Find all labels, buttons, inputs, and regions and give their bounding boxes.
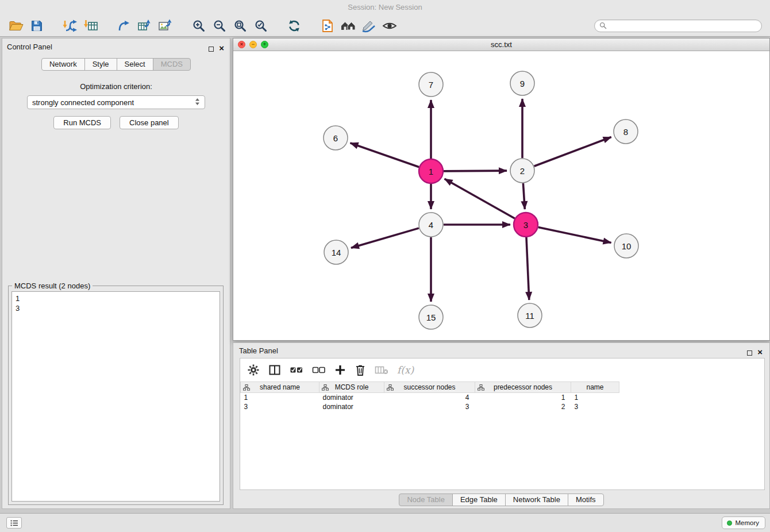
graph-edge-2-3[interactable] bbox=[523, 183, 525, 209]
graph-edge-3-1[interactable] bbox=[445, 179, 515, 218]
column-header-predecessor-nodes[interactable]: predecessor nodes bbox=[475, 382, 571, 393]
svg-text:4: 4 bbox=[429, 220, 433, 230]
graph-node-7[interactable]: 7 bbox=[419, 72, 443, 97]
tab-node-table[interactable]: Node Table bbox=[399, 494, 453, 506]
node-table-area: f(x) shared name MCDS role bbox=[240, 358, 765, 490]
tab-network-table[interactable]: Network Table bbox=[505, 494, 568, 506]
float-panel-button[interactable] bbox=[209, 44, 214, 54]
column-header-shared-name[interactable]: shared name bbox=[241, 382, 319, 393]
tab-edge-table[interactable]: Edge Table bbox=[452, 494, 506, 506]
export-table-button[interactable] bbox=[134, 17, 155, 35]
window-titlebar: Session: New Session bbox=[0, 0, 770, 15]
graph-node-14[interactable]: 14 bbox=[324, 240, 348, 264]
control-panel-header: Control Panel × bbox=[2, 38, 230, 55]
export-network-button[interactable] bbox=[114, 17, 134, 35]
column-header-mcds-role[interactable]: MCDS role bbox=[319, 382, 384, 393]
tab-mcds[interactable]: MCDS bbox=[153, 58, 191, 71]
tab-style[interactable]: Style bbox=[84, 58, 117, 71]
search-icon bbox=[599, 22, 607, 29]
list-icon bbox=[10, 520, 18, 526]
network-file-button[interactable] bbox=[317, 17, 338, 35]
graph-node-2[interactable]: 2 bbox=[510, 159, 534, 183]
close-window-button[interactable]: × bbox=[238, 41, 245, 48]
zoom-out-button[interactable] bbox=[209, 17, 230, 35]
table-toolbar: f(x) bbox=[240, 358, 764, 381]
graph-edge-1-6[interactable] bbox=[350, 143, 419, 167]
graph-edge-1-2[interactable] bbox=[444, 171, 507, 171]
search-input[interactable] bbox=[610, 22, 757, 30]
column-visibility-button[interactable] bbox=[268, 364, 281, 376]
graph-node-1[interactable]: 1 bbox=[419, 159, 443, 183]
graph-node-4[interactable]: 4 bbox=[419, 213, 443, 237]
graph-edge-3-10[interactable] bbox=[538, 228, 611, 243]
export-table-icon bbox=[137, 19, 152, 33]
memory-button[interactable]: Memory bbox=[722, 516, 765, 529]
window-controls: × − + bbox=[238, 41, 268, 48]
svg-text:15: 15 bbox=[426, 313, 436, 322]
node-table: shared name MCDS role successor nodes bbox=[240, 381, 764, 411]
save-session-button[interactable] bbox=[26, 17, 47, 35]
add-row-icon bbox=[334, 364, 346, 376]
function-builder-button: f(x) bbox=[397, 364, 414, 376]
zoom-in-button[interactable] bbox=[188, 17, 209, 35]
zoom-fit-button[interactable] bbox=[230, 17, 251, 35]
control-panel: Control Panel × Network Style Select MCD… bbox=[2, 38, 230, 509]
minimize-window-button[interactable]: − bbox=[249, 41, 257, 48]
tab-select[interactable]: Select bbox=[117, 58, 153, 71]
graph-node-6[interactable]: 6 bbox=[324, 126, 348, 150]
mcds-buttons-row: Run MCDS Close panel bbox=[2, 116, 230, 129]
show-hide-button[interactable] bbox=[379, 17, 400, 35]
task-history-button[interactable] bbox=[6, 517, 22, 529]
first-neighbors-button[interactable] bbox=[338, 17, 359, 35]
column-header-successor-nodes[interactable]: successor nodes bbox=[384, 382, 475, 393]
open-file-button[interactable] bbox=[6, 17, 26, 35]
add-row-button[interactable] bbox=[334, 364, 346, 376]
close-panel-button[interactable]: × bbox=[219, 43, 224, 53]
table-panel-tabs: Node Table Edge Table Network Table Moti… bbox=[233, 494, 769, 506]
graph-edge-3-11[interactable] bbox=[526, 237, 529, 300]
table-panel-header: Table Panel × bbox=[233, 343, 769, 358]
close-icon: × bbox=[219, 43, 224, 53]
run-mcds-button[interactable]: Run MCDS bbox=[53, 116, 111, 129]
mcds-result-title: MCDS result (2 nodes) bbox=[12, 282, 93, 290]
import-network-button[interactable] bbox=[60, 17, 80, 35]
table-settings-button[interactable] bbox=[247, 364, 260, 376]
svg-text:10: 10 bbox=[622, 241, 632, 251]
close-icon: × bbox=[757, 347, 763, 357]
mcds-result-value: 3 bbox=[16, 303, 216, 313]
table-row[interactable]: 3 dominator 3 2 3 bbox=[241, 402, 765, 411]
dropdown-stepper-icon bbox=[195, 98, 200, 107]
svg-text:8: 8 bbox=[623, 127, 628, 137]
deselect-all-button[interactable] bbox=[312, 364, 326, 376]
float-panel-button[interactable] bbox=[747, 348, 752, 358]
graph-node-15[interactable]: 15 bbox=[419, 305, 443, 329]
show-hide-icon bbox=[382, 19, 397, 33]
close-panel-action-button[interactable]: Close panel bbox=[120, 116, 179, 129]
zoom-selected-button[interactable] bbox=[251, 17, 271, 35]
zoom-window-button[interactable]: + bbox=[261, 41, 268, 48]
table-row[interactable]: 1 dominator 4 1 1 bbox=[241, 393, 765, 402]
export-image-button[interactable] bbox=[155, 17, 176, 35]
search-box[interactable] bbox=[594, 20, 762, 32]
select-all-button[interactable] bbox=[290, 364, 303, 376]
graph-node-11[interactable]: 11 bbox=[518, 303, 542, 327]
graph-node-9[interactable]: 9 bbox=[510, 71, 534, 95]
column-header-name[interactable]: name bbox=[571, 382, 619, 393]
tab-network[interactable]: Network bbox=[41, 58, 85, 71]
graph-node-3[interactable]: 3 bbox=[514, 213, 538, 237]
delete-row-button[interactable] bbox=[355, 364, 366, 376]
network-window-titlebar: × − + scc.txt bbox=[233, 38, 769, 51]
graph-node-8[interactable]: 8 bbox=[614, 119, 638, 144]
import-table-button[interactable] bbox=[80, 17, 101, 35]
svg-text:11: 11 bbox=[525, 311, 534, 321]
criterion-dropdown[interactable]: strongly connected component bbox=[27, 95, 205, 109]
refresh-layout-button[interactable] bbox=[284, 17, 305, 35]
graph-node-10[interactable]: 10 bbox=[614, 234, 638, 258]
tab-motifs[interactable]: Motifs bbox=[568, 494, 604, 506]
close-panel-button[interactable]: × bbox=[757, 347, 763, 357]
paint-style-button[interactable] bbox=[359, 17, 379, 35]
svg-text:7: 7 bbox=[429, 80, 433, 90]
settings-gear-icon bbox=[247, 364, 260, 376]
graph-edge-2-8[interactable] bbox=[534, 137, 611, 167]
graph-edge-4-14[interactable] bbox=[351, 228, 419, 248]
